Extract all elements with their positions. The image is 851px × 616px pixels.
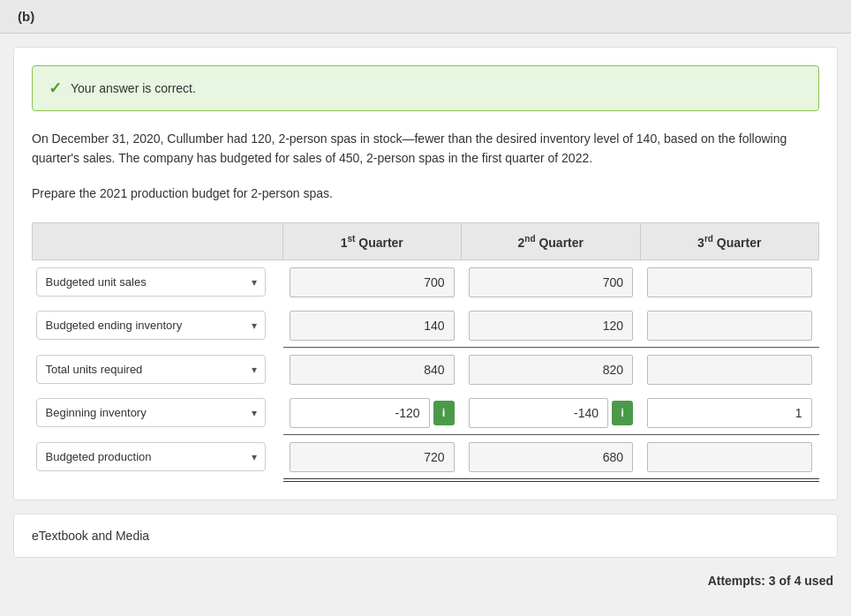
etextbook-label: eTextbook and Media bbox=[32, 529, 149, 543]
row-select-4[interactable]: Beginning inventory bbox=[36, 398, 266, 427]
select-wrapper-3: Total units required bbox=[36, 355, 266, 384]
input-q1-row2[interactable] bbox=[290, 311, 455, 341]
input-q3-row1[interactable] bbox=[647, 267, 812, 297]
table-row: Budgeted unit sales bbox=[33, 260, 819, 304]
input-q2-row1[interactable] bbox=[469, 267, 634, 297]
attempts-section: Attempts: 3 of 4 used bbox=[0, 567, 851, 595]
select-wrapper-1: Budgeted unit sales bbox=[36, 267, 266, 297]
input-q3-row2[interactable] bbox=[647, 311, 812, 341]
cell-q2-row3 bbox=[462, 348, 641, 391]
table-row: Budgeted ending inventory bbox=[33, 304, 819, 347]
row-label-budgeted-production: Budgeted production bbox=[33, 435, 283, 478]
input-q3-row3[interactable] bbox=[647, 355, 812, 385]
cell-q3-row4 bbox=[640, 391, 819, 434]
input-q1-row5[interactable] bbox=[290, 442, 455, 472]
input-with-btn-q1: i bbox=[290, 398, 455, 428]
row-label-budgeted-unit-sales: Budgeted unit sales bbox=[33, 260, 283, 304]
success-banner: ✓ Your answer is correct. bbox=[32, 65, 819, 111]
input-q2-row2[interactable] bbox=[469, 311, 634, 341]
prepare-text: Prepare the 2021 production budget for 2… bbox=[32, 186, 819, 200]
row-select-1[interactable]: Budgeted unit sales bbox=[36, 267, 266, 297]
cell-q2-row5 bbox=[462, 435, 641, 478]
cell-q1-row4: i bbox=[282, 391, 462, 434]
info-button-q1[interactable]: i bbox=[433, 401, 455, 425]
cell-q3-row1 bbox=[640, 260, 819, 304]
double-underline-row bbox=[33, 478, 819, 482]
main-content: ✓ Your answer is correct. On December 31… bbox=[13, 47, 838, 500]
page-wrapper: (b) ✓ Your answer is correct. On Decembe… bbox=[0, 0, 851, 595]
col-header-q1: 1st Quarter bbox=[282, 222, 462, 260]
input-q2-row5[interactable] bbox=[469, 442, 634, 472]
select-wrapper-5: Budgeted production bbox=[36, 442, 266, 471]
row-label-budgeted-ending-inventory: Budgeted ending inventory bbox=[33, 304, 283, 347]
input-q1-row3[interactable] bbox=[290, 355, 455, 385]
table-row: Budgeted production bbox=[33, 435, 819, 478]
success-icon: ✓ bbox=[49, 79, 62, 98]
input-with-btn-q2: i bbox=[469, 398, 634, 428]
input-q3-row5[interactable] bbox=[647, 442, 812, 472]
etextbook-section: eTextbook and Media bbox=[13, 514, 838, 558]
row-label-beginning-inventory: Beginning inventory bbox=[33, 391, 283, 434]
cell-q2-row1 bbox=[462, 260, 641, 304]
col-header-label bbox=[33, 222, 283, 260]
select-wrapper-2: Budgeted ending inventory bbox=[36, 311, 266, 340]
row-select-3[interactable]: Total units required bbox=[36, 355, 266, 384]
row-select-5[interactable]: Budgeted production bbox=[36, 442, 266, 471]
table-row: Total units required bbox=[33, 348, 819, 391]
input-q1-row1[interactable] bbox=[290, 267, 455, 297]
input-q3-row4[interactable] bbox=[647, 398, 812, 428]
input-q2-row4[interactable] bbox=[469, 398, 609, 428]
success-message: Your answer is correct. bbox=[71, 81, 196, 95]
col-header-q3: 3rd Quarter bbox=[640, 222, 819, 260]
cell-q2-row2 bbox=[462, 304, 641, 347]
cell-q1-row3 bbox=[282, 348, 462, 391]
select-wrapper-4: Beginning inventory bbox=[36, 398, 266, 427]
cell-q1-row2 bbox=[282, 304, 462, 347]
cell-q3-row3 bbox=[640, 348, 819, 391]
row-label-total-units-required: Total units required bbox=[33, 348, 283, 391]
info-button-q2[interactable]: i bbox=[612, 401, 633, 425]
budget-table: 1st Quarter 2nd Quarter 3rd Quarter Budg… bbox=[32, 222, 819, 483]
cell-q1-row1 bbox=[282, 260, 462, 304]
input-q2-row3[interactable] bbox=[469, 355, 634, 385]
section-label: (b) bbox=[18, 9, 34, 24]
table-row: Beginning inventory i i bbox=[33, 391, 819, 434]
cell-q2-row4: i bbox=[462, 391, 641, 434]
description-text: On December 31, 2020, Cullumber had 120,… bbox=[32, 129, 819, 169]
attempts-text: Attempts: 3 of 4 used bbox=[708, 574, 833, 588]
cell-q1-row5 bbox=[282, 435, 462, 478]
row-select-2[interactable]: Budgeted ending inventory bbox=[36, 311, 266, 340]
cell-q3-row5 bbox=[640, 435, 819, 478]
input-q1-row4[interactable] bbox=[290, 398, 430, 428]
col-header-q2: 2nd Quarter bbox=[462, 222, 641, 260]
section-header: (b) bbox=[0, 0, 851, 34]
cell-q3-row2 bbox=[640, 304, 819, 347]
